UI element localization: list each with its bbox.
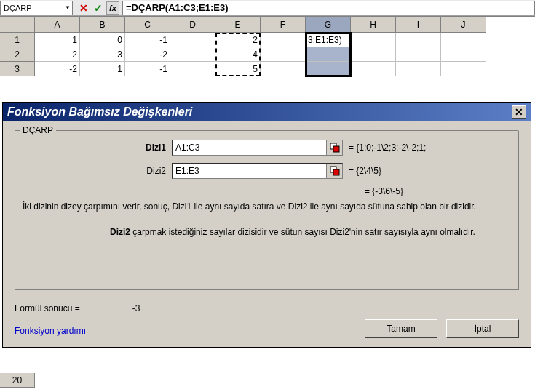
formula-input[interactable]: =DÇARP(A1:C3;E1:E3)	[122, 1, 535, 15]
footer-row: Fonksiyon yardımı Tamam İptal	[15, 319, 519, 338]
cell-G3[interactable]	[306, 62, 351, 76]
function-fieldset: DÇARP Dizi1 = {1;0;-1\2;3;-2\-2;1; Dizi2	[15, 130, 519, 290]
dropdown-arrow-icon[interactable]: ▼	[65, 4, 71, 11]
row-1: 1 1 0 -1 2 3;E1:E3)	[0, 33, 535, 47]
col-header-F[interactable]: F	[261, 17, 306, 33]
col-header-B[interactable]: B	[80, 17, 125, 33]
row-header-1[interactable]: 1	[0, 33, 35, 47]
cell-H1[interactable]	[351, 33, 396, 47]
cell-E2[interactable]: 4	[215, 47, 261, 62]
cell-D1[interactable]	[170, 33, 215, 47]
column-headers: A B C D E F G H I J	[0, 17, 535, 33]
help-link[interactable]: Fonksiyon yardımı	[15, 326, 86, 336]
cell-G1[interactable]: 3;E1:E3)	[306, 33, 351, 47]
cell-B1[interactable]: 0	[80, 33, 125, 47]
cell-F2[interactable]	[261, 47, 306, 62]
arg-result-2: = {2\4\5}	[349, 166, 381, 176]
col-header-I[interactable]: I	[396, 17, 441, 33]
dialog-buttons: Tamam İptal	[365, 319, 519, 338]
formula-icons: ✕ ✓ fx	[77, 1, 119, 15]
cell-J1[interactable]	[441, 33, 486, 47]
cell-H2[interactable]	[351, 47, 396, 62]
formula-bar: DÇARP ▼ ✕ ✓ fx =DÇARP(A1:C3;E1:E3)	[0, 0, 535, 16]
cell-D2[interactable]	[170, 47, 215, 62]
fieldset-legend: DÇARP	[20, 125, 56, 135]
row-header-3[interactable]: 3	[0, 62, 35, 76]
param-description: Dizi2 çarpmak istediğiniz sayılar dizisi…	[110, 226, 511, 239]
arg-row-2: Dizi2 = {2\4\5}	[23, 163, 511, 179]
cell-A3[interactable]: -2	[35, 62, 80, 76]
cell-G2[interactable]	[306, 47, 351, 62]
arg-input-1[interactable]	[173, 143, 326, 153]
name-box-text: DÇARP	[4, 4, 32, 12]
spreadsheet: A B C D E F G H I J 1 1 0 -1 2 3;E1:E3) …	[0, 16, 535, 76]
col-header-C[interactable]: C	[125, 17, 170, 33]
cell-I1[interactable]	[396, 33, 441, 47]
arg-result-1: = {1;0;-1\2;3;-2\-2;1;	[349, 143, 426, 153]
cell-A1[interactable]: 1	[35, 33, 80, 47]
arg-input-wrap-2	[172, 163, 343, 179]
row-3: 3 -2 1 -1 5	[0, 62, 535, 76]
function-arguments-dialog: Fonksiyon Bağımsız Değişkenleri ✕ DÇARP …	[2, 102, 531, 348]
cancel-icon[interactable]: ✕	[77, 1, 90, 15]
dialog-titlebar[interactable]: Fonksiyon Bağımsız Değişkenleri ✕	[3, 103, 531, 121]
row-header-20[interactable]: 20	[0, 373, 35, 388]
formula-result-value: -3	[132, 303, 140, 313]
arg-label-2: Dizi2	[23, 166, 172, 176]
col-header-A[interactable]: A	[35, 17, 80, 33]
svg-rect-3	[333, 169, 339, 175]
cell-F3[interactable]	[261, 62, 306, 76]
arg-label-1: Dizi1	[23, 143, 172, 153]
close-icon[interactable]: ✕	[512, 105, 526, 119]
cell-I3[interactable]	[396, 62, 441, 76]
cell-E1[interactable]: 2	[215, 33, 261, 47]
arg-row-1: Dizi1 = {1;0;-1\2;3;-2\-2;1;	[23, 140, 511, 156]
range-selector-icon[interactable]	[326, 164, 342, 178]
cell-B2[interactable]: 3	[80, 47, 125, 62]
arg-input-2[interactable]	[173, 166, 326, 176]
cell-B3[interactable]: 1	[80, 62, 125, 76]
cell-C2[interactable]: -2	[125, 47, 170, 62]
ok-button[interactable]: Tamam	[365, 319, 437, 338]
function-description: İki dizinin dizey çarpımını verir, sonuç…	[23, 201, 511, 213]
col-header-D[interactable]: D	[170, 17, 215, 33]
dialog-title-text: Fonksiyon Bağımsız Değişkenleri	[7, 105, 192, 119]
formula-result-label: Formül sonucu =	[15, 303, 80, 313]
cell-F1[interactable]	[261, 33, 306, 47]
fx-icon[interactable]: fx	[106, 1, 119, 15]
row-header-2[interactable]: 2	[0, 47, 35, 62]
cell-C3[interactable]: -1	[125, 62, 170, 76]
accept-icon[interactable]: ✓	[92, 1, 105, 15]
cell-J2[interactable]	[441, 47, 486, 62]
col-header-E[interactable]: E	[215, 17, 261, 33]
overall-result: = {-3\6\-5}	[365, 186, 511, 196]
arg-input-wrap-1	[172, 140, 343, 156]
cell-E3[interactable]: 5	[215, 62, 261, 76]
corner-cell[interactable]	[0, 17, 35, 33]
cell-I2[interactable]	[396, 47, 441, 62]
cancel-button[interactable]: İptal	[446, 319, 519, 338]
row-2: 2 2 3 -2 4	[0, 47, 535, 62]
svg-rect-1	[333, 146, 339, 152]
cell-J3[interactable]	[441, 62, 486, 76]
dialog-footer: Formül sonucu = -3	[15, 299, 519, 316]
cell-H3[interactable]	[351, 62, 396, 76]
col-header-G[interactable]: G	[306, 17, 351, 33]
param-name: Dizi2	[110, 227, 130, 237]
range-selector-icon[interactable]	[326, 140, 342, 155]
cell-A2[interactable]: 2	[35, 47, 80, 62]
name-box[interactable]: DÇARP ▼	[0, 1, 73, 15]
cell-C1[interactable]: -1	[125, 33, 170, 47]
cell-D3[interactable]	[170, 62, 215, 76]
col-header-H[interactable]: H	[351, 17, 396, 33]
dialog-body: DÇARP Dizi1 = {1;0;-1\2;3;-2\-2;1; Dizi2	[3, 121, 531, 347]
param-desc-text: çarpmak istediğiniz sayılar dizisidir ve…	[132, 227, 475, 237]
col-header-J[interactable]: J	[441, 17, 486, 33]
